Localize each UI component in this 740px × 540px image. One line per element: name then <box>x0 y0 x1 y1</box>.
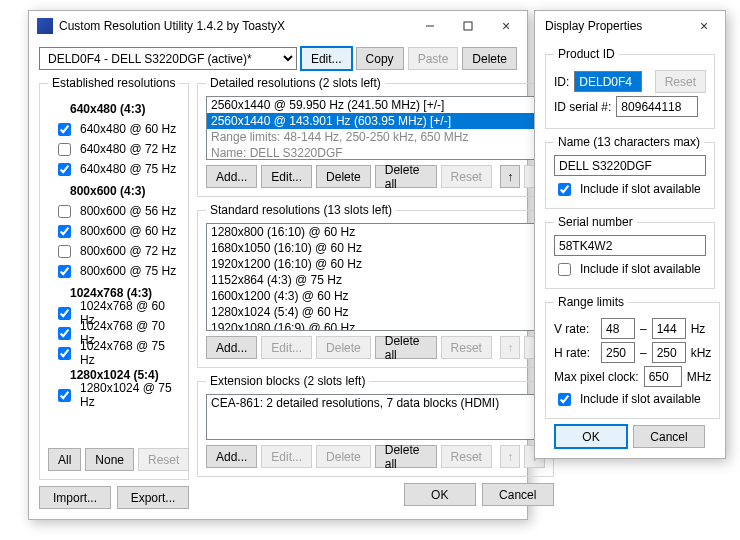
resolution-checkbox-row[interactable]: 800x600 @ 56 Hz <box>54 202 180 220</box>
resolution-label: 640x480 @ 72 Hz <box>80 142 176 156</box>
standard-deleteall-button[interactable]: Delete all <box>375 336 437 359</box>
name-input[interactable] <box>554 155 706 176</box>
serial-input[interactable] <box>554 235 706 256</box>
main-cancel-button[interactable]: Cancel <box>482 483 554 506</box>
dialog-titlebar: Display Properties × <box>535 11 725 41</box>
vrate-max-input[interactable] <box>652 318 686 339</box>
standard-resolutions-group: Standard resolutions (13 slots left) 128… <box>197 203 554 368</box>
resolution-checkbox[interactable] <box>58 163 71 176</box>
delete-display-button[interactable]: Delete <box>462 47 517 70</box>
resolution-checkbox[interactable] <box>58 389 71 402</box>
detailed-moveup-button[interactable]: ↑ <box>500 165 520 188</box>
extension-listbox[interactable]: CEA-861: 2 detailed resolutions, 7 data … <box>206 394 545 440</box>
detailed-list-item[interactable]: 2560x1440 @ 143.901 Hz (603.95 MHz) [+/-… <box>207 113 544 129</box>
standard-delete-button[interactable]: Delete <box>316 336 371 359</box>
detailed-delete-button[interactable]: Delete <box>316 165 371 188</box>
standard-legend: Standard resolutions (13 slots left) <box>206 203 396 217</box>
resolution-checkbox-row[interactable]: 1280x1024 @ 75 Hz <box>54 386 180 404</box>
svg-rect-1 <box>464 22 472 30</box>
dialog-title: Display Properties <box>543 19 685 33</box>
resolution-checkbox-row[interactable]: 800x600 @ 75 Hz <box>54 262 180 280</box>
resolution-checkbox[interactable] <box>58 143 71 156</box>
standard-reset-button[interactable]: Reset <box>441 336 492 359</box>
detailed-deleteall-button[interactable]: Delete all <box>375 165 437 188</box>
dialog-close-button[interactable]: × <box>685 14 723 38</box>
resolution-checkbox[interactable] <box>58 327 71 340</box>
edit-display-button[interactable]: Edit... <box>301 47 352 70</box>
detailed-edit-button[interactable]: Edit... <box>261 165 312 188</box>
resolution-label: 640x480 @ 75 Hz <box>80 162 176 176</box>
standard-list-item[interactable]: 1152x864 (4:3) @ 75 Hz <box>207 272 544 288</box>
resolution-checkbox-row[interactable]: 800x600 @ 60 Hz <box>54 222 180 240</box>
extension-reset-button[interactable]: Reset <box>441 445 492 468</box>
paste-button[interactable]: Paste <box>408 47 459 70</box>
extension-list-item[interactable]: CEA-861: 2 detailed resolutions, 7 data … <box>207 395 544 411</box>
resolution-checkbox-row[interactable]: 640x480 @ 60 Hz <box>54 120 180 138</box>
resolution-checkbox[interactable] <box>58 245 71 258</box>
detailed-list-item[interactable]: Name: DELL S3220DGF <box>207 145 544 160</box>
window-title: Custom Resolution Utility 1.4.2 by Toast… <box>59 19 411 33</box>
minimize-button[interactable] <box>411 14 449 38</box>
extension-delete-button[interactable]: Delete <box>316 445 371 468</box>
import-button[interactable]: Import... <box>39 486 111 509</box>
resolution-checkbox[interactable] <box>58 265 71 278</box>
vrate-min-input[interactable] <box>601 318 635 339</box>
resolution-checkbox-row[interactable]: 640x480 @ 75 Hz <box>54 160 180 178</box>
maxclock-input[interactable] <box>644 366 682 387</box>
product-id-group: Product ID ID: Reset ID serial #: <box>545 47 715 129</box>
display-properties-dialog: Display Properties × Product ID ID: Rese… <box>534 10 726 459</box>
main-ok-button[interactable]: OK <box>404 483 476 506</box>
extension-deleteall-button[interactable]: Delete all <box>375 445 437 468</box>
detailed-reset-button[interactable]: Reset <box>441 165 492 188</box>
resolution-checkbox-row[interactable]: 1024x768 @ 75 Hz <box>54 344 180 362</box>
hrate-min-input[interactable] <box>601 342 635 363</box>
established-all-button[interactable]: All <box>48 448 81 471</box>
resolution-checkbox[interactable] <box>58 347 71 360</box>
extension-legend: Extension blocks (2 slots left) <box>206 374 369 388</box>
maximize-button[interactable] <box>449 14 487 38</box>
id-serial-input[interactable] <box>616 96 698 117</box>
resolution-checkbox-row[interactable]: 800x600 @ 72 Hz <box>54 242 180 260</box>
detailed-add-button[interactable]: Add... <box>206 165 257 188</box>
copy-button[interactable]: Copy <box>356 47 404 70</box>
standard-list-item[interactable]: 1680x1050 (16:10) @ 60 Hz <box>207 240 544 256</box>
id-input[interactable] <box>574 71 642 92</box>
standard-listbox[interactable]: 1280x800 (16:10) @ 60 Hz1680x1050 (16:10… <box>206 223 545 331</box>
standard-moveup-button[interactable]: ↑ <box>500 336 520 359</box>
standard-list-item[interactable]: 1920x1080 (16:9) @ 60 Hz <box>207 320 544 331</box>
name-include-checkbox[interactable] <box>558 183 571 196</box>
khz-unit: kHz <box>691 346 712 360</box>
resolution-checkbox-row[interactable]: 640x480 @ 72 Hz <box>54 140 180 158</box>
detailed-listbox[interactable]: 2560x1440 @ 59.950 Hz (241.50 MHz) [+/-]… <box>206 96 545 160</box>
name-group: Name (13 characters max) Include if slot… <box>545 135 715 209</box>
dialog-ok-button[interactable]: OK <box>555 425 627 448</box>
serial-include-label: Include if slot available <box>580 262 701 276</box>
hrate-max-input[interactable] <box>652 342 686 363</box>
standard-add-button[interactable]: Add... <box>206 336 257 359</box>
standard-list-item[interactable]: 1280x1024 (5:4) @ 60 Hz <box>207 304 544 320</box>
resolution-checkbox[interactable] <box>58 123 71 136</box>
resolution-checkbox[interactable] <box>58 205 71 218</box>
range-limits-group: Range limits V rate: – Hz H rate: – kHz … <box>545 295 720 419</box>
detailed-list-item[interactable]: Range limits: 48-144 Hz, 250-250 kHz, 65… <box>207 129 544 145</box>
extension-moveup-button[interactable]: ↑ <box>500 445 520 468</box>
serial-include-checkbox[interactable] <box>558 263 571 276</box>
range-include-checkbox[interactable] <box>558 393 571 406</box>
standard-list-item[interactable]: 1280x800 (16:10) @ 60 Hz <box>207 224 544 240</box>
established-reset-button[interactable]: Reset <box>138 448 189 471</box>
resolution-checkbox[interactable] <box>58 225 71 238</box>
display-selector[interactable]: DELD0F4 - DELL S3220DGF (active)* <box>39 47 297 70</box>
standard-edit-button[interactable]: Edit... <box>261 336 312 359</box>
extension-blocks-group: Extension blocks (2 slots left) CEA-861:… <box>197 374 554 477</box>
resolution-checkbox[interactable] <box>58 307 71 320</box>
detailed-list-item[interactable]: 2560x1440 @ 59.950 Hz (241.50 MHz) [+/-] <box>207 97 544 113</box>
extension-add-button[interactable]: Add... <box>206 445 257 468</box>
export-button[interactable]: Export... <box>117 486 189 509</box>
extension-edit-button[interactable]: Edit... <box>261 445 312 468</box>
dialog-cancel-button[interactable]: Cancel <box>633 425 705 448</box>
standard-list-item[interactable]: 1920x1200 (16:10) @ 60 Hz <box>207 256 544 272</box>
close-button[interactable]: × <box>487 14 525 38</box>
standard-list-item[interactable]: 1600x1200 (4:3) @ 60 Hz <box>207 288 544 304</box>
established-none-button[interactable]: None <box>85 448 134 471</box>
product-reset-button[interactable]: Reset <box>655 70 706 93</box>
